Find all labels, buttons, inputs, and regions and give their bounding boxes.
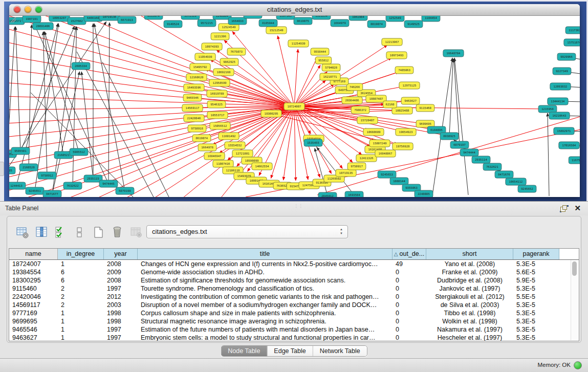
memory-status-indicator[interactable] <box>574 361 582 369</box>
graph-node-label: 1215958 <box>541 107 554 111</box>
cell-in_degree: 2 <box>58 301 104 309</box>
cell-short: Hescheler et al. (1997) <box>426 334 513 341</box>
table-row[interactable]: 2242004622012Investigating the contribut… <box>9 293 579 301</box>
window-resize-grip[interactable] <box>9 16 16 23</box>
column-header-out_de[interactable]: △out_de... <box>393 249 426 259</box>
graph-node-label: 9929966 <box>560 55 573 58</box>
graph-node-label: 12958599 <box>213 81 227 84</box>
graph-node-label: 1197343 <box>279 16 292 17</box>
graph-node-label: 9245653 <box>381 173 393 176</box>
cell-in_degree: 1 <box>58 260 104 268</box>
graph-node-label: 15751074 <box>568 41 580 44</box>
graph-node-label: 9115460 <box>419 106 431 110</box>
column-header-pagerank[interactable]: pagerank <box>513 249 559 259</box>
cell-in_degree: 1 <box>58 325 104 334</box>
cell-title: Disruption of a novel member of a sodium… <box>138 301 393 309</box>
cell-in_degree: 1 <box>58 317 104 325</box>
show-columns-icon <box>35 226 48 239</box>
table-row[interactable]: 1872400712008Changes of HCN gene express… <box>9 260 579 268</box>
delete-table-button[interactable] <box>129 225 143 239</box>
table-scrollbar-thumb[interactable] <box>572 261 577 276</box>
table-row[interactable]: 1456911722003Disruption of a novel membe… <box>9 301 579 309</box>
graph-node-label: 15892971 <box>557 129 571 133</box>
graph-node-label: 8471676 <box>498 173 510 176</box>
status-bar: Memory: OK <box>0 358 588 372</box>
column-header-title[interactable]: title <box>138 249 393 259</box>
graph-node-label: 12975125 <box>403 84 417 87</box>
cell-in_degree: 6 <box>58 268 104 276</box>
create-column-button[interactable] <box>91 225 105 239</box>
graph-node-label: 10974393 <box>205 45 219 48</box>
cell-title: Changes of HCN gene expression and I(f) … <box>138 260 393 268</box>
select-all-columns-button[interactable] <box>53 225 68 239</box>
cell-out_de: 0 <box>393 325 426 334</box>
graph-node-label: 6079197 <box>453 143 466 146</box>
column-header-name[interactable]: name <box>9 249 58 259</box>
cell-short: Jankovic et al. (1997) <box>426 285 513 293</box>
graph-node-label: 15807249 <box>373 142 387 145</box>
collapsed-panel-handle[interactable] <box>0 162 4 176</box>
graph-node-label: 9546325 <box>210 103 223 106</box>
table-row[interactable]: 1938455462009Genome-wide association stu… <box>9 268 579 276</box>
table-row[interactable]: 946362711997Embryonic stem cells: a mode… <box>9 334 579 341</box>
graph-node-label: 8619074 <box>195 137 208 140</box>
column-header-in_degree[interactable]: in_degree <box>58 249 104 259</box>
table-row[interactable]: 1830029562008Estimation of significance … <box>9 276 579 285</box>
graph-node-label: 10590099 <box>245 159 259 162</box>
cell-year: 2009 <box>104 268 138 276</box>
delete-columns-icon <box>111 226 124 239</box>
column-header-short[interactable]: short <box>426 249 513 259</box>
tab-node-table[interactable]: Node Table <box>221 346 267 356</box>
graph-node-label: 9750912 <box>41 174 53 177</box>
tab-network-table[interactable]: Network Table <box>313 346 367 356</box>
graph-node-label: 1244413 <box>10 184 23 187</box>
cell-out_de: 0 <box>393 285 426 293</box>
table-scrollbar[interactable] <box>571 260 578 340</box>
graph-node-label: 7986372 <box>354 108 366 112</box>
cell-pagerank: 5.5E-5 <box>513 293 559 301</box>
cell-year: 1997 <box>104 334 138 341</box>
delete-columns-button[interactable] <box>110 225 124 239</box>
graph-node-label: 12411326 <box>360 157 374 160</box>
graph-node-label: 6079198 <box>119 189 131 192</box>
graph-node-label: 18724007 <box>288 105 301 108</box>
table-row[interactable]: 946554611997Estimation of the future num… <box>9 325 579 334</box>
graph-node-label: 9572215 <box>201 21 213 25</box>
graph-node-label: 9505501 <box>14 149 27 152</box>
cell-out_de: 0 <box>393 334 426 341</box>
network-graph[interactable]: 1872400712524549122139610974393119549391… <box>9 16 580 197</box>
table-mode-button[interactable] <box>15 225 30 239</box>
graph-node-label: 1122335 <box>9 169 12 172</box>
graph-node-label: 12106118 <box>226 169 241 172</box>
table-row[interactable]: 911546021997Tourette syndrome. Phenomeno… <box>9 285 579 293</box>
table-row[interactable]: 969969511998Structural magnetic resonanc… <box>9 317 579 325</box>
cell-short: Stergiakouli et al. (2012) <box>426 293 513 301</box>
cell-title: Genome-wide association studies in ADHD. <box>138 268 393 276</box>
cell-in_degree: 1 <box>58 334 104 341</box>
table-selector-dropdown[interactable]: citations_edges.txt ▲▼ <box>146 225 348 238</box>
graph-node-label: 8471677 <box>46 192 58 195</box>
close-panel-icon[interactable]: ✕ <box>574 204 581 213</box>
network-view[interactable]: 1872400712524549122139610974393119549391… <box>9 16 580 197</box>
tab-edge-table[interactable]: Edge Table <box>267 346 313 356</box>
show-columns-button[interactable] <box>34 225 49 239</box>
graph-node-label: 1664978 <box>201 146 213 149</box>
graph-node-label: 8938925 <box>443 135 455 138</box>
cell-year: 2003 <box>104 301 138 309</box>
cell-name: 9777169 <box>9 309 58 317</box>
network-window[interactable]: 1872400712524549122139610974393119549391… <box>9 4 580 197</box>
cell-pagerank: 5.9E-5 <box>513 276 559 285</box>
cell-out_de: 0 <box>393 276 426 285</box>
cell-pagerank: 5.3E-5 <box>513 260 559 268</box>
cell-year: 2008 <box>104 276 138 285</box>
cell-title: Investigating the contribution of common… <box>138 293 393 301</box>
network-window-titlebar[interactable]: citations_edges.txt <box>9 4 580 16</box>
float-panel-icon[interactable] <box>560 205 568 212</box>
table-selector-value: citations_edges.txt <box>152 228 207 235</box>
column-header-year[interactable]: year <box>104 249 138 259</box>
panel-drag-grip[interactable]: ⋮⋮ <box>294 204 303 208</box>
cell-short: Yano et al. (2008) <box>426 260 513 268</box>
unselect-rows-button[interactable] <box>72 225 86 239</box>
graph-node-label: 11254939 <box>292 42 306 45</box>
table-row[interactable]: 977716911998Corpus callosum shape and si… <box>9 309 579 317</box>
